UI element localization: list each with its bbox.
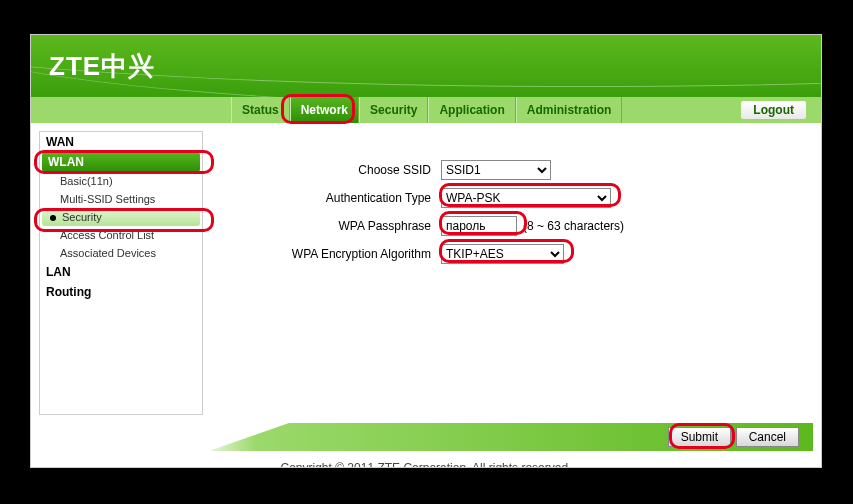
sidebar-group-wlan[interactable]: WLAN (42, 152, 200, 172)
label-passphrase: WPA Passphrase (231, 219, 441, 233)
sidebar-item-assoc[interactable]: Associated Devices (40, 244, 202, 262)
sidebar-item-basic[interactable]: Basic(11n) (40, 172, 202, 190)
label-auth-type: Authentication Type (231, 191, 441, 205)
router-admin-page: ZTE中兴 Status Network Security Applicatio… (30, 34, 822, 468)
banner: ZTE中兴 (31, 35, 821, 97)
main-panel: Choose SSID SSID1 Authentication Type WP… (211, 123, 821, 423)
brand-logo: ZTE中兴 (49, 49, 155, 84)
label-choose-ssid: Choose SSID (231, 163, 441, 177)
hint-passphrase: (8 ~ 63 characters) (523, 219, 624, 233)
cancel-button[interactable]: Cancel (736, 427, 799, 447)
row-choose-ssid: Choose SSID SSID1 (231, 159, 801, 181)
sidebar: WAN WLAN Basic(11n) Multi-SSID Settings … (31, 123, 211, 423)
tab-network[interactable]: Network (290, 97, 359, 123)
tab-administration[interactable]: Administration (516, 97, 623, 123)
tab-application[interactable]: Application (428, 97, 515, 123)
button-bar: Submit Cancel (39, 423, 813, 451)
tab-security[interactable]: Security (359, 97, 428, 123)
label-encryption: WPA Encryption Algorithm (231, 247, 441, 261)
sidebar-item-acl[interactable]: Access Control List (40, 226, 202, 244)
sidebar-item-multissid[interactable]: Multi-SSID Settings (40, 190, 202, 208)
select-encryption[interactable]: TKIP+AES (441, 244, 564, 264)
logout-button[interactable]: Logout (740, 100, 807, 120)
select-choose-ssid[interactable]: SSID1 (441, 160, 551, 180)
row-passphrase: WPA Passphrase (8 ~ 63 characters) (231, 215, 801, 237)
submit-button[interactable]: Submit (668, 427, 731, 447)
select-auth-type[interactable]: WPA-PSK (441, 188, 611, 208)
footer-text: Copyright © 2011 ZTE Corporation. All ri… (31, 461, 821, 468)
sidebar-item-security[interactable]: Security (42, 208, 200, 226)
sidebar-group-wan[interactable]: WAN (40, 132, 202, 152)
top-tabs: Status Network Security Application Admi… (31, 97, 821, 123)
tab-status[interactable]: Status (231, 97, 290, 123)
row-auth-type: Authentication Type WPA-PSK (231, 187, 801, 209)
sidebar-group-lan[interactable]: LAN (40, 262, 202, 282)
sidebar-inner: WAN WLAN Basic(11n) Multi-SSID Settings … (39, 131, 203, 415)
sidebar-group-routing[interactable]: Routing (40, 282, 202, 302)
content-area: WAN WLAN Basic(11n) Multi-SSID Settings … (31, 123, 821, 423)
input-passphrase[interactable] (441, 216, 517, 236)
row-encryption: WPA Encryption Algorithm TKIP+AES (231, 243, 801, 265)
